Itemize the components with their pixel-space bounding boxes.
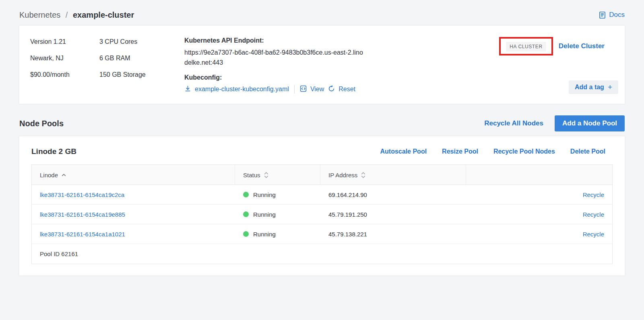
- kubeconfig-download-link[interactable]: example-cluster-kubeconfig.yaml: [184, 85, 289, 94]
- kubeconfig-reset-button[interactable]: Reset: [328, 85, 355, 94]
- kubeconfig-label: Kubeconfig:: [184, 74, 374, 81]
- cluster-price: $90.00/month: [30, 70, 99, 80]
- linode-link[interactable]: lke38731-62161-6154ca1a1021: [40, 231, 125, 238]
- linode-link[interactable]: lke38731-62161-6154ca19e885: [40, 211, 125, 218]
- column-header-ip-address[interactable]: IP Address: [320, 165, 466, 185]
- sort-ascending-icon: [61, 173, 66, 177]
- column-header-linode[interactable]: Linode: [32, 165, 235, 185]
- reset-icon: [328, 85, 335, 94]
- recycle-pool-nodes-button[interactable]: Recycle Pool Nodes: [493, 148, 555, 155]
- node-pool-card: Linode 2 GB Autoscale Pool Resize Pool R…: [19, 136, 625, 275]
- topbar: Kubernetes / example-cluster Docs: [19, 7, 625, 23]
- cluster-version: Version 1.21: [30, 37, 99, 47]
- column-header-actions: [466, 165, 612, 185]
- docs-icon: [599, 11, 606, 19]
- cluster-region: Newark, NJ: [30, 53, 99, 63]
- ip-address: 45.79.138.221: [320, 231, 466, 238]
- resize-pool-button[interactable]: Resize Pool: [442, 148, 478, 155]
- docs-link[interactable]: Docs: [599, 11, 625, 19]
- node-pools-header-actions: Recycle All Nodes Add a Node Pool: [484, 115, 625, 131]
- status-cell: Running: [235, 191, 320, 198]
- docs-label: Docs: [609, 11, 625, 19]
- status-cell: Running: [235, 231, 320, 238]
- cluster-summary-left: Version 1.21 Newark, NJ $90.00/month 3 C…: [30, 37, 499, 94]
- kubeconfig-view-button[interactable]: View: [300, 85, 324, 94]
- nodes-table-header: Linode Status: [32, 165, 612, 185]
- ip-address: 69.164.214.90: [320, 191, 466, 198]
- status-label: Running: [253, 211, 276, 218]
- breadcrumb-kubernetes-link[interactable]: Kubernetes: [19, 10, 60, 19]
- pool-card-header: Linode 2 GB Autoscale Pool Resize Pool R…: [31, 147, 613, 156]
- nodes-table: Linode Status: [31, 164, 613, 264]
- ha-row: HA CLUSTER Delete Cluster: [499, 37, 605, 55]
- breadcrumb-cluster-name: example-cluster: [73, 10, 134, 19]
- pool-name: Linode 2 GB: [31, 147, 76, 156]
- status-cell: Running: [235, 211, 320, 218]
- autoscale-pool-button[interactable]: Autoscale Pool: [380, 148, 427, 155]
- table-row: lke38731-62161-6154ca19c2ca Running 69.1…: [32, 185, 612, 205]
- spec-column-2: 3 CPU Cores 6 GB RAM 150 GB Storage: [99, 37, 184, 94]
- node-pools-title: Node Pools: [19, 119, 64, 128]
- table-row: lke38731-62161-6154ca19e885 Running 45.7…: [32, 205, 612, 224]
- status-label: Running: [253, 191, 276, 198]
- linode-link[interactable]: lke38731-62161-6154ca19c2ca: [40, 191, 124, 198]
- delete-pool-button[interactable]: Delete Pool: [570, 148, 605, 155]
- status-column-label: Status: [243, 172, 260, 178]
- column-header-status[interactable]: Status: [235, 165, 320, 185]
- endpoint-column: Kubernetes API Endpoint: https://9e2a730…: [184, 37, 374, 94]
- breadcrumb: Kubernetes / example-cluster: [19, 10, 134, 20]
- cluster-summary-card: Version 1.21 Newark, NJ $90.00/month 3 C…: [19, 26, 625, 104]
- node-pools-header: Node Pools Recycle All Nodes Add a Node …: [19, 115, 625, 131]
- cluster-summary-right: HA CLUSTER Delete Cluster Add a tag +: [499, 37, 618, 94]
- cluster-storage: 150 GB Storage: [99, 70, 184, 80]
- kubeconfig-row: example-cluster-kubeconfig.yaml View: [184, 85, 374, 94]
- spec-column-1: Version 1.21 Newark, NJ $90.00/month: [30, 37, 99, 94]
- sort-both-icon: [264, 172, 269, 178]
- plus-icon: +: [608, 84, 612, 90]
- add-tag-label: Add a tag: [575, 84, 604, 91]
- view-label: View: [310, 86, 324, 93]
- linode-column-label: Linode: [40, 172, 58, 178]
- api-endpoint-url: https://9e2a7307-b6ac-408f-ba62-9483b0b3…: [184, 47, 363, 68]
- breadcrumb-separator: /: [66, 10, 68, 19]
- status-label: Running: [253, 231, 276, 238]
- reset-label: Reset: [339, 86, 355, 93]
- add-node-pool-button[interactable]: Add a Node Pool: [555, 115, 625, 131]
- table-row: lke38731-62161-6154ca1a1021 Running 45.7…: [32, 224, 612, 244]
- annotation-highlight-box: HA CLUSTER: [499, 37, 553, 55]
- ha-cluster-chip: HA CLUSTER: [506, 42, 546, 51]
- status-running-icon: [243, 192, 249, 197]
- kubeconfig-filename: example-cluster-kubeconfig.yaml: [195, 86, 289, 93]
- sort-both-icon: [361, 172, 366, 178]
- code-view-icon: [300, 85, 307, 94]
- kubernetes-cluster-page: Kubernetes / example-cluster Docs Versio…: [0, 0, 644, 320]
- status-running-icon: [243, 211, 249, 217]
- ip-column-label: IP Address: [328, 172, 357, 178]
- download-icon: [184, 85, 191, 94]
- recycle-node-button[interactable]: Recycle: [583, 211, 604, 218]
- recycle-node-button[interactable]: Recycle: [583, 231, 604, 238]
- recycle-all-nodes-button[interactable]: Recycle All Nodes: [484, 119, 543, 127]
- status-running-icon: [243, 231, 249, 237]
- api-endpoint-label: Kubernetes API Endpoint:: [184, 37, 374, 44]
- cluster-cpu: 3 CPU Cores: [99, 37, 184, 47]
- cluster-ram: 6 GB RAM: [99, 53, 184, 63]
- recycle-node-button[interactable]: Recycle: [583, 191, 604, 198]
- delete-cluster-button[interactable]: Delete Cluster: [559, 42, 605, 50]
- pool-id-footer: Pool ID 62161: [32, 244, 612, 264]
- pool-actions: Autoscale Pool Resize Pool Recycle Pool …: [380, 148, 605, 155]
- kubeconfig-divider: [294, 85, 295, 94]
- ip-address: 45.79.191.250: [320, 211, 466, 218]
- add-tag-button[interactable]: Add a tag +: [569, 80, 618, 94]
